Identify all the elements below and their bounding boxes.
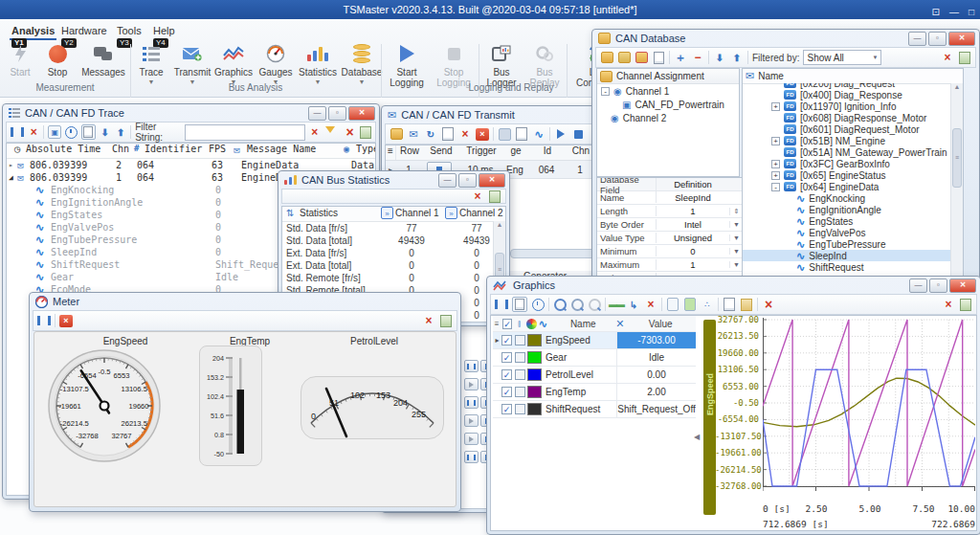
collapse-all-icon[interactable]: − (691, 51, 704, 64)
dock-icon[interactable] (488, 189, 501, 203)
statistics-row[interactable]: Std. Data [fr/s] 77 77 (282, 222, 505, 234)
field-row[interactable]: Maximum 1 ▼ (597, 258, 743, 272)
axis-checkbox[interactable] (515, 369, 525, 380)
messages-button[interactable]: Messages (78, 42, 128, 78)
delete-icon[interactable]: × (458, 127, 472, 141)
message-node[interactable]: + FD [0x11970] Ignition_Info (743, 100, 963, 112)
add-frame-icon[interactable] (390, 127, 403, 141)
zoom-reset-icon[interactable] (588, 298, 601, 311)
close-trace-icon[interactable]: × (344, 125, 355, 139)
statistics-row[interactable]: Std. Remote [fr/s] 0 0 (282, 272, 505, 284)
transmit-button[interactable]: Transmit▼ (170, 42, 214, 85)
axis-checkbox[interactable] (515, 387, 525, 397)
close-button[interactable]: ✕ (949, 279, 976, 293)
restore-button[interactable]: ▫ (328, 106, 346, 121)
statistics-button[interactable]: Statistics▼ (297, 42, 339, 85)
message-node[interactable]: FD [0x601] DiagRequest_Motor (743, 123, 963, 135)
chart-icon[interactable]: ∿ (532, 127, 546, 141)
statistics-row[interactable]: Ext. Data [fr/s] 0 0 (282, 247, 505, 259)
name-column-header[interactable]: ✉Name (743, 69, 963, 84)
close-button[interactable]: ✕ (479, 173, 505, 188)
measure-icon[interactable]: ▬▬ (610, 298, 623, 311)
trace-header[interactable]: ◷ Absolute Time Chn # Identifier FPS ✉ M… (7, 144, 375, 159)
message-node[interactable]: FD [0x51A] NM_Gateway_PowerTrain (743, 146, 963, 158)
meter-titlebar[interactable]: Meter (30, 293, 460, 310)
graphics-signal-row[interactable]: ▸ ✓ EngSpeed -7303.00 (493, 332, 696, 349)
message-node[interactable]: + FD [0x3FC] GearBoxInfo (743, 158, 963, 169)
clear-filter-icon[interactable]: × (309, 125, 321, 139)
close-stats-icon[interactable]: × (471, 189, 484, 203)
engtemp-gauge[interactable]: 204153.2102.451.60.8-50 (199, 346, 262, 466)
graphics-signal-row[interactable]: ✓ PetrolLevel 0.00 (493, 367, 696, 384)
minimize-button[interactable]: — (438, 173, 457, 188)
move-up-icon[interactable]: ⬆ (730, 51, 744, 64)
field-row[interactable]: Value Type Unsigned ▼ (597, 232, 743, 245)
filter-select[interactable]: Show All▼ (803, 50, 881, 65)
gauges-button[interactable]: Gauges▼ (256, 42, 295, 85)
expander-icon[interactable]: + (771, 102, 780, 111)
channel1-database-node[interactable]: ▣CAN_FD_Powertrain (597, 98, 739, 111)
visible-checkbox[interactable]: ✓ (501, 369, 512, 380)
restore-button[interactable]: ▫ (929, 279, 947, 293)
signal-table-header[interactable]: ≡ ✓ ⫾ ∿ Name ✕ Value (493, 316, 696, 332)
field-row[interactable]: Minimum 0 ▼ (597, 245, 743, 258)
pause-icon[interactable] (11, 125, 24, 139)
series-color-swatch[interactable] (527, 368, 542, 381)
refresh-icon[interactable]: ↻ (424, 127, 437, 141)
clock-icon[interactable] (65, 125, 78, 139)
start-logging-button[interactable]: Start Logging (385, 42, 429, 88)
send-all-icon[interactable] (554, 127, 568, 141)
close-meter-icon[interactable]: × (59, 314, 73, 327)
copy-icon[interactable] (441, 127, 455, 141)
add-db-icon[interactable] (600, 51, 613, 64)
series-color-swatch[interactable] (527, 403, 542, 415)
message-node[interactable]: FD [0x400] Diag_Response (743, 89, 963, 100)
save-icon[interactable] (498, 127, 511, 141)
dock-icon[interactable] (958, 51, 971, 64)
ribbon-tab[interactable]: Hardware Y2 (59, 23, 109, 38)
page-view-icon[interactable] (512, 297, 527, 312)
message-node[interactable]: FD [0x608] DiagResponse_Motor (743, 112, 963, 123)
delete-all-icon[interactable]: × (476, 127, 489, 141)
statistics-row[interactable]: Std. Data [total] 49439 49439 (282, 234, 505, 247)
axis-checkbox[interactable] (515, 335, 525, 346)
restore-button[interactable]: ▫ (458, 173, 477, 188)
signal-plot[interactable] (763, 316, 975, 503)
bus-logger-button[interactable]: Bus Logger (481, 42, 522, 88)
stop-all-icon[interactable] (571, 127, 585, 141)
petrollevel-gauge[interactable]: 051102153204255 (301, 376, 444, 439)
folder-icon[interactable] (740, 298, 753, 311)
database-titlebar[interactable]: CAN Database — ▫ ✕ (592, 30, 979, 47)
signal-node[interactable]: ∿ EngTubePressure (743, 238, 963, 250)
graphics-signal-row[interactable]: ✓ ShiftRequest Shift_Request_Off (493, 401, 696, 418)
ribbon-tab[interactable]: Help Y4 (151, 23, 177, 38)
expander-icon[interactable]: + (771, 137, 780, 145)
dock-icon[interactable] (959, 298, 972, 311)
signal-node[interactable]: ∿ EngValvePos (743, 227, 963, 238)
expander-icon[interactable]: + (771, 171, 780, 180)
visible-checkbox[interactable]: ✓ (501, 335, 512, 346)
vertical-scrollbar[interactable]: ▲≡ (950, 83, 963, 291)
close-db-icon[interactable]: × (941, 51, 954, 64)
series-color-swatch[interactable] (527, 334, 542, 346)
split-pane-icon[interactable] (683, 298, 697, 311)
add-message-icon[interactable]: ✉ (407, 127, 420, 141)
graphics-signal-row[interactable]: ✓ EngTemp 2.00 (493, 384, 696, 401)
axis-checkbox[interactable] (515, 404, 525, 414)
message-node[interactable]: + FD [0x51B] NM_Engine (743, 135, 963, 146)
scroll-icon[interactable]: ▣ (48, 125, 61, 139)
field-row[interactable]: Length 1 ⇕ (597, 205, 743, 218)
clock-icon[interactable] (531, 298, 545, 311)
signal-node[interactable]: ∿ EngIgnitionAngle (743, 204, 963, 215)
close-button[interactable]: ✕ (348, 106, 375, 121)
message-node[interactable]: - FD [0x64] EngineData (743, 181, 963, 192)
expander-icon[interactable]: - (771, 183, 780, 191)
statistics-titlebar[interactable]: CAN Bus Statistics — ▫ ✕ (278, 171, 509, 189)
pause-icon[interactable] (495, 298, 508, 311)
export-icon[interactable] (723, 298, 736, 311)
close-graphics-icon[interactable]: × (942, 298, 955, 311)
graphics-signal-row[interactable]: ✓ Gear Idle (493, 349, 696, 367)
minimize-button[interactable]: — (908, 32, 926, 46)
move-down-icon[interactable]: ⬇ (713, 51, 726, 64)
signal-node[interactable]: ∿ EngKnocking (743, 192, 963, 204)
